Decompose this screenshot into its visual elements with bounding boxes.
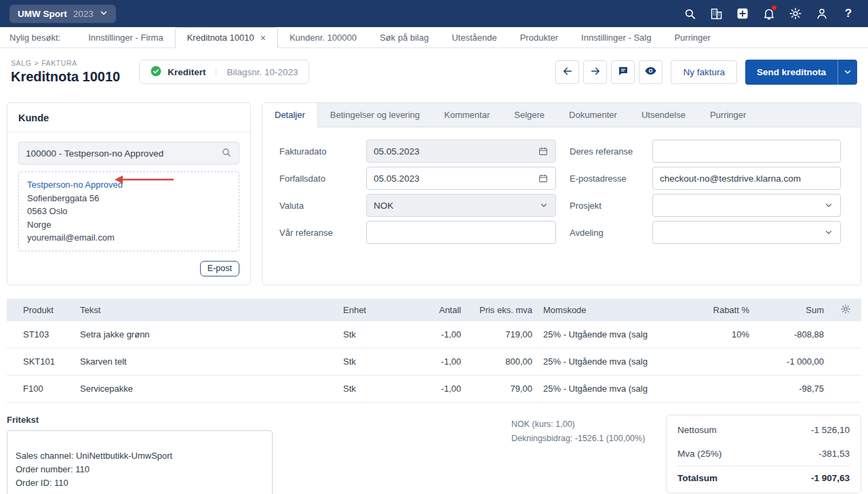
field-input[interactable] <box>652 140 841 163</box>
recent-tab[interactable]: Purringer <box>663 27 722 47</box>
table-row[interactable]: ST103Setra jakke grønnStk-1,00719,0025% … <box>7 321 861 348</box>
table-cell: -1 000,00 <box>755 348 829 375</box>
details-fields-right: Deres referanse E-postadresse checkout-n… <box>561 140 861 248</box>
email-button[interactable]: E-post <box>200 261 239 276</box>
form-field: Fakturadato 05.05.2023 <box>279 140 561 163</box>
details-tab[interactable]: Utsendelse <box>629 103 698 127</box>
address-line: 0563 Oslo <box>27 205 231 218</box>
field-value: 05.05.2023 <box>374 173 420 184</box>
table-cell: SKT101 <box>7 348 75 375</box>
send-options-toggle[interactable] <box>837 60 857 85</box>
column-header: Tekst <box>75 299 338 321</box>
recent-tab[interactable]: Utestående <box>440 27 509 47</box>
search-icon[interactable] <box>679 3 700 24</box>
company-selector[interactable]: UMW Sport 2023 <box>9 5 116 23</box>
table-cell <box>673 375 755 403</box>
breadcrumb-separator: > <box>34 59 39 67</box>
table-cell <box>829 348 861 375</box>
details-tab[interactable]: Betingelser og levering <box>318 103 432 127</box>
free-text-textarea[interactable]: Sales channel: UniNettbutikk-UmwSport Or… <box>7 430 273 494</box>
chevron-down-icon <box>824 201 833 210</box>
totals-value: -1 526,10 <box>811 425 850 435</box>
notification-badge <box>771 5 777 11</box>
table-cell: Stk <box>338 348 412 375</box>
company-year: 2023 <box>73 9 94 19</box>
column-header: Pris eks. mva <box>467 299 538 321</box>
table-cell: 25% - Utgående mva (salg <box>538 348 673 375</box>
table-cell: -808,88 <box>755 321 829 348</box>
customer-search-input[interactable]: 100000 - Testperson-no Approved <box>18 142 239 165</box>
form-field: Deres referanse <box>570 140 861 163</box>
currency-rate: NOK (kurs: 1,00) <box>511 417 666 432</box>
field-value: 05.05.2023 <box>374 146 420 157</box>
customer-name-link[interactable]: Testperson-no Approved <box>27 180 123 190</box>
close-icon[interactable]: × <box>260 33 266 43</box>
status-check-icon <box>150 65 162 79</box>
recent-tab[interactable]: Innstillinger - Firma <box>77 27 175 47</box>
next-button[interactable] <box>583 60 607 84</box>
voucher-number: Bilagsnr. 10-2023 <box>216 67 308 77</box>
details-tabs: Detaljer Betingelser og levering Komment… <box>262 103 861 127</box>
breadcrumb-salg[interactable]: SALG <box>11 59 31 67</box>
table-row[interactable]: F100ServicepakkeStk-1,0079,0025% - Utgåe… <box>7 375 861 403</box>
comment-button[interactable] <box>611 60 635 84</box>
account-icon[interactable] <box>812 3 832 24</box>
topbar-icons: ? <box>679 3 859 24</box>
recent-tab[interactable]: Kundenr. 100000 <box>278 27 368 47</box>
details-tab[interactable]: Dokumenter <box>557 103 629 127</box>
settings-icon[interactable] <box>785 3 806 24</box>
recent-tab[interactable]: Produkter <box>509 27 570 47</box>
totals-label: Nettosum <box>677 425 717 435</box>
page-header: SALG>FAKTURA Kreditnota 10010 Kreditert … <box>0 48 868 96</box>
help-icon[interactable]: ? <box>838 3 859 24</box>
notifications-icon[interactable] <box>759 3 779 24</box>
details-tab[interactable]: Detaljer <box>262 103 318 127</box>
eye-icon <box>644 64 657 79</box>
table-cell: F100 <box>7 375 75 403</box>
column-header: Enhet <box>338 299 412 321</box>
address-line: Norge <box>27 218 231 232</box>
recent-tab[interactable]: Kreditnota 10010× <box>175 27 278 48</box>
table-settings-icon[interactable] <box>829 299 861 321</box>
main-content: Kunde 100000 - Testperson-no Approved Te… <box>0 96 868 494</box>
totals-row: Mva (25%) -381,53 <box>677 442 850 466</box>
details-tab[interactable]: Kommentar <box>432 103 502 127</box>
customer-panel: Kunde 100000 - Testperson-no Approved Te… <box>7 102 251 285</box>
send-creditnote-button[interactable]: Send kreditnota <box>745 60 857 85</box>
field-input[interactable] <box>652 221 841 244</box>
table-cell: 25% - Utgående mva (salg <box>538 321 673 348</box>
field-value: NOK <box>374 201 393 211</box>
customer-search-value: 100000 - Testperson-no Approved <box>26 148 163 159</box>
details-tab[interactable]: Purringer <box>698 103 758 127</box>
field-input: 05.05.2023 <box>366 140 556 163</box>
details-tab[interactable]: Selgere <box>502 103 557 127</box>
breadcrumb-faktura[interactable]: FAKTURA <box>41 59 77 67</box>
preview-button[interactable] <box>639 60 663 84</box>
field-input[interactable] <box>652 194 841 217</box>
table-cell <box>673 348 755 375</box>
table-cell: Stk <box>338 375 412 403</box>
field-input[interactable] <box>366 221 556 244</box>
table-row[interactable]: SKT101Skarven teltStk-1,00800,0025% - Ut… <box>7 348 861 375</box>
field-input[interactable]: checkout-no@testdrive.klarna.com <box>652 167 841 190</box>
recent-tabs-bar: Nylig besøkt: Innstillinger - Firma Kred… <box>0 27 868 48</box>
table-cell: -1,00 <box>412 375 467 403</box>
company-icon[interactable] <box>706 3 726 24</box>
recent-tab[interactable]: Innstillinger - Salg <box>570 27 663 47</box>
send-creditnote-label: Send kreditnota <box>745 60 837 85</box>
column-header: Antall <box>412 299 467 321</box>
free-text-value: Sales channel: UniNettbutikk-UmwSport Or… <box>16 451 172 488</box>
top-navbar: UMW Sport 2023 ? <box>0 0 868 27</box>
add-icon[interactable] <box>732 3 753 24</box>
field-input[interactable]: 05.05.2023 <box>366 167 556 190</box>
status-pill: Kreditert Bilagsnr. 10-2023 <box>139 60 309 84</box>
previous-button[interactable] <box>555 60 579 84</box>
form-field: Forfallsdato 05.05.2023 <box>279 167 561 190</box>
new-invoice-button[interactable]: Ny faktura <box>671 60 737 84</box>
totals-value: -1 907,63 <box>811 473 850 483</box>
chevron-down-icon <box>100 9 108 19</box>
customer-panel-title: Kunde <box>7 103 250 132</box>
table-cell: Setra jakke grønn <box>75 321 338 348</box>
recent-tab[interactable]: Søk på bilag <box>368 27 440 47</box>
table-cell: Skarven telt <box>75 348 338 375</box>
